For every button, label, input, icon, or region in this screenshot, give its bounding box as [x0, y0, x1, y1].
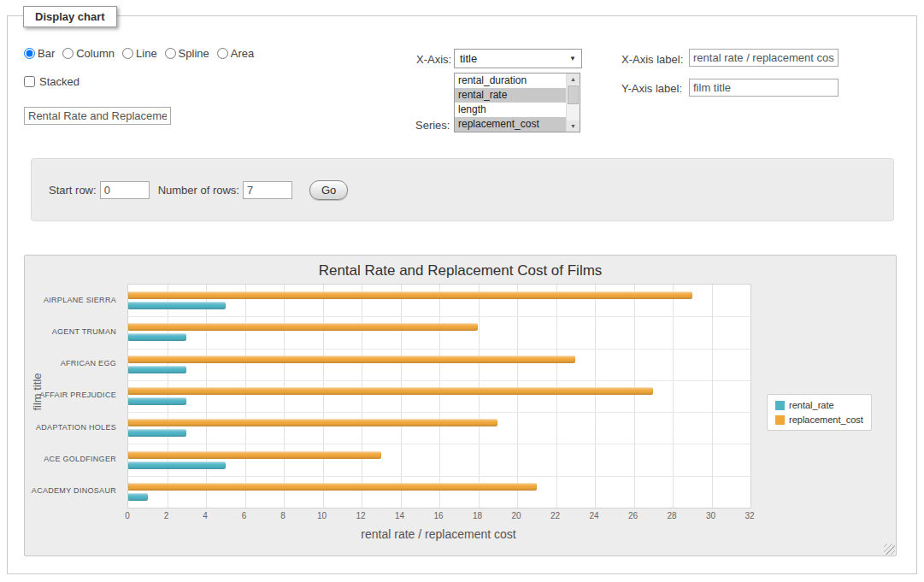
x-tick-label: 24 [589, 511, 598, 520]
x-tick-label: 10 [317, 511, 327, 520]
gridline-vertical [362, 285, 362, 508]
y-axis-label-input[interactable] [689, 79, 839, 97]
x-axis-select[interactable]: title ▼ [454, 49, 582, 68]
go-button[interactable]: Go [309, 180, 348, 200]
radio-line[interactable] [122, 48, 133, 59]
gridline-horizontal [128, 476, 750, 477]
x-tick-label: 2 [164, 511, 169, 520]
x-tick-label: 8 [280, 511, 285, 520]
radio-area[interactable] [217, 48, 228, 59]
number-of-rows-input[interactable] [243, 181, 292, 199]
series-listbox[interactable]: rental_durationrental_ratelengthreplacem… [454, 73, 580, 132]
radio-spline[interactable] [165, 48, 176, 59]
x-tick-label: 28 [667, 511, 676, 520]
category-label: AGENT TRUMAN [25, 315, 122, 347]
gridline-vertical [323, 285, 324, 508]
gridline-vertical [284, 285, 285, 508]
start-row-input[interactable] [100, 181, 150, 199]
series-option-length[interactable]: length [455, 103, 567, 117]
x-tick-label: 6 [242, 511, 247, 520]
gridline-vertical [517, 285, 518, 508]
bar-rental_rate [128, 429, 186, 437]
series-option-replacement_cost[interactable]: replacement_cost [455, 117, 567, 132]
legend-label: replacement_cost [789, 414, 863, 425]
x-tick-label: 16 [433, 511, 443, 520]
gridline-vertical [401, 285, 402, 508]
bar-rental_rate [128, 493, 148, 501]
radio-label-column: Column [76, 47, 115, 60]
stacked-checkbox[interactable] [24, 76, 35, 87]
radio-option-area[interactable]: Area [217, 47, 254, 60]
x-tick-label: 30 [706, 511, 715, 520]
fieldset-legend-text: Display chart [35, 10, 105, 23]
x-axis-selected-value: title [460, 52, 477, 65]
radio-column[interactable] [62, 48, 74, 59]
bar-replacement_cost [128, 291, 692, 299]
radio-option-line[interactable]: Line [122, 47, 157, 60]
legend-label: rental_rate [789, 400, 834, 410]
x-tick-label: 22 [550, 511, 560, 520]
series-option-rental_duration[interactable]: rental_duration [455, 73, 567, 88]
gridline-horizontal [128, 444, 750, 444]
gridline-vertical [595, 285, 596, 508]
radio-option-bar[interactable]: Bar [24, 47, 55, 60]
x-tick-label: 32 [744, 511, 754, 520]
bar-replacement_cost [128, 387, 653, 395]
radio-label-spline: Spline [179, 47, 209, 60]
radio-option-spline[interactable]: Spline [165, 47, 209, 60]
category-label: ADAPTATION HOLES [25, 411, 122, 443]
gridline-vertical [673, 285, 674, 508]
legend-item-rental_rate[interactable]: rental_rate [775, 400, 863, 410]
scrollbar-thumb[interactable] [568, 85, 579, 104]
series-listbox-scrollbar[interactable]: ▲ ▼ [566, 73, 580, 132]
radio-label-bar: Bar [38, 47, 55, 60]
x-tick-label: 0 [125, 511, 130, 520]
number-of-rows-caption: Number of rows: [158, 184, 239, 197]
radio-label-area: Area [231, 47, 254, 60]
chart-legend: rental_ratereplacement_cost [767, 394, 872, 431]
legend-item-replacement_cost[interactable]: replacement_cost [775, 414, 863, 425]
gridline-vertical [168, 285, 168, 508]
gridline-vertical [245, 285, 246, 508]
radio-label-line: Line [136, 47, 157, 60]
bar-replacement_cost [128, 323, 478, 331]
bar-rental_rate [128, 397, 186, 405]
rows-control-panel: Start row: Number of rows: Go [31, 158, 894, 221]
bar-replacement_cost [128, 483, 537, 491]
gridline-vertical [556, 285, 557, 508]
x-axis-title: rental rate / replacement cost [127, 527, 750, 541]
bar-rental_rate [128, 302, 226, 309]
gridline-vertical [479, 285, 480, 508]
resize-grip-icon[interactable] [884, 544, 895, 555]
bar-replacement_cost [128, 451, 381, 459]
gridline-vertical [712, 285, 713, 508]
x-axis-caption: X-Axis: [416, 53, 451, 66]
gridline-horizontal [128, 316, 750, 317]
category-label: AFRICAN EGG [25, 348, 122, 379]
x-tick-labels: 02468101214161820222426283032 [127, 511, 750, 521]
chart-title-input[interactable] [24, 107, 171, 125]
series-option-rental_rate[interactable]: rental_rate [455, 88, 567, 103]
select-dropdown-arrow-icon: ▼ [569, 55, 576, 62]
x-tick-label: 26 [628, 511, 638, 520]
series-caption: Series: [415, 119, 450, 132]
x-tick-label: 14 [395, 511, 404, 520]
scrollbar-up-arrow-icon[interactable]: ▲ [567, 73, 580, 85]
scrollbar-down-arrow-icon[interactable]: ▼ [567, 121, 580, 132]
bar-replacement_cost [128, 419, 497, 426]
radio-option-column[interactable]: Column [62, 47, 115, 60]
x-axis-label-input[interactable] [689, 49, 839, 67]
legend-swatch-icon [775, 415, 785, 425]
gridline-vertical [206, 285, 207, 508]
stacked-checkbox-row[interactable]: Stacked [24, 75, 79, 88]
radio-bar[interactable] [24, 48, 35, 59]
gridline-horizontal [128, 380, 750, 381]
stacked-label: Stacked [39, 75, 79, 88]
gridline-horizontal [128, 349, 750, 350]
x-tick-label: 12 [356, 511, 365, 520]
gridline-horizontal [128, 412, 750, 413]
x-axis-label-caption: X-Axis label: [621, 53, 683, 66]
gridline-vertical [634, 285, 635, 508]
category-label: AFFAIR PREJUDICE [25, 379, 122, 411]
x-tick-label: 20 [511, 511, 521, 520]
